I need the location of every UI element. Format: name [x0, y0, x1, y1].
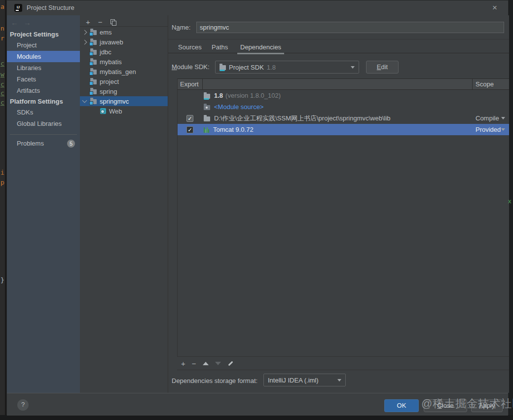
history-nav: ← →	[7, 15, 80, 29]
code-fragment: c	[0, 80, 4, 88]
chevron-right-icon[interactable]	[82, 39, 87, 44]
edit-dependency-icon[interactable]	[227, 360, 234, 367]
tab-dependencies[interactable]: Dependencies	[240, 43, 281, 53]
column-header-scope[interactable]: Scope	[476, 79, 494, 89]
add-dependency-icon[interactable]: +	[181, 360, 185, 367]
tab-sources[interactable]: Sources	[178, 43, 202, 53]
tree-item-label: project	[100, 78, 119, 85]
dropdown-arrow-icon	[501, 117, 505, 119]
tree-item-label: jdbc	[100, 48, 111, 56]
sidebar-item-project[interactable]: Project	[7, 39, 80, 51]
dependency-name: <Module source>	[214, 103, 263, 111]
title-bar: IJ Project Structure ×	[7, 0, 508, 15]
scope-dropdown[interactable]: Compile	[476, 115, 505, 122]
dependency-version: (version 1.8.0_102)	[225, 92, 281, 99]
tree-item-project[interactable]: project	[80, 76, 168, 86]
dependency-name: D:\作业\企业工程实践\SSM网上书店\project\springmvc\w…	[214, 114, 391, 123]
tree-item-web[interactable]: Web	[80, 106, 168, 116]
web-facet-icon	[100, 108, 106, 114]
section-header-platform-settings: Platform Settings	[7, 96, 80, 107]
module-tree: ems javaweb jdbc mybatis	[80, 27, 168, 116]
forward-arrow-icon[interactable]: →	[24, 19, 35, 26]
add-icon[interactable]: +	[86, 19, 90, 25]
name-row: Name:	[168, 22, 509, 34]
storage-format-combobox[interactable]: IntelliJ IDEA (.iml)	[263, 374, 346, 386]
scope-dropdown[interactable]: Provided	[476, 126, 505, 133]
remove-dependency-icon[interactable]: −	[192, 360, 196, 367]
code-fragment: i	[0, 169, 4, 176]
remove-icon[interactable]: −	[98, 19, 103, 25]
tree-item-jdbc[interactable]: jdbc	[80, 47, 168, 57]
tree-item-javaweb[interactable]: javaweb	[80, 37, 168, 47]
move-up-icon[interactable]	[203, 362, 209, 365]
tree-item-label: Web	[109, 108, 122, 115]
module-tabs: Sources Paths Dependencies	[168, 42, 509, 53]
code-fragment: c	[0, 89, 4, 97]
apply-button[interactable]: Apply	[471, 399, 503, 412]
tree-item-label: springmvc	[100, 98, 129, 105]
module-sdk-label: Module SDK:	[172, 63, 210, 71]
close-button[interactable]: Close	[424, 399, 467, 412]
dialog-title: Project Structure	[27, 4, 74, 11]
tree-item-label: ems	[100, 29, 112, 36]
sidebar-item-modules[interactable]: Modules	[7, 51, 80, 62]
table-row-jdk[interactable]: 1.8 (version 1.8.0_102)	[178, 90, 509, 101]
module-sdk-combobox[interactable]: Project SDK 1.8	[215, 61, 359, 74]
sidebar-item-libraries[interactable]: Libraries	[7, 62, 80, 74]
name-label: Name:	[172, 24, 190, 31]
tree-item-mybatis-gen[interactable]: mybatis_gen	[80, 67, 168, 76]
sidebar-item-sdks[interactable]: SDKs	[7, 107, 80, 118]
module-icon	[90, 40, 97, 45]
close-icon[interactable]: ×	[492, 3, 497, 13]
tree-item-mybatis[interactable]: mybatis	[80, 57, 168, 67]
tree-item-ems[interactable]: ems	[80, 27, 168, 37]
tab-paths[interactable]: Paths	[212, 43, 228, 53]
editor-background-bottom	[0, 415, 513, 420]
module-name-input[interactable]	[196, 22, 504, 33]
tree-item-label: spring	[100, 88, 117, 95]
tree-item-springmvc[interactable]: springmvc	[80, 96, 168, 106]
module-icon	[90, 99, 97, 104]
sidebar-item-global-libraries[interactable]: Global Libraries	[7, 118, 80, 129]
code-fragment: p	[0, 179, 4, 186]
storage-format-row: Dependencies storage format: IntelliJ ID…	[168, 374, 509, 388]
dropdown-arrow-icon	[337, 379, 341, 382]
sdk-version: 1.8	[267, 64, 276, 71]
code-fragment: w	[0, 71, 4, 78]
problems-count-badge: 5	[67, 140, 75, 148]
help-icon[interactable]: ?	[17, 399, 29, 411]
table-row-module-source[interactable]: <Module source>	[178, 101, 509, 113]
copy-icon[interactable]	[110, 19, 115, 25]
code-fragment: a	[0, 3, 4, 10]
export-checkbox[interactable]: ✓	[186, 115, 193, 122]
chevron-right-icon[interactable]	[82, 30, 87, 35]
table-row-tomcat[interactable]: ✓ Tomcat 9.0.72 Provided	[178, 124, 509, 135]
storage-format-value: IntelliJ IDEA (.iml)	[268, 377, 319, 384]
sdk-icon	[220, 65, 226, 70]
export-checkbox[interactable]: ✓	[186, 126, 193, 133]
edit-sdk-button[interactable]: Edit	[366, 61, 399, 74]
chevron-down-icon[interactable]	[82, 98, 87, 103]
sdk-icon	[204, 94, 210, 99]
sidebar-item-artifacts[interactable]: Artifacts	[7, 85, 80, 96]
back-arrow-icon[interactable]: ←	[11, 19, 22, 26]
code-fragment: c	[0, 99, 4, 106]
dropdown-arrow-icon	[501, 128, 505, 131]
sidebar-item-facets[interactable]: Facets	[7, 74, 80, 85]
code-fragment: c	[0, 60, 4, 67]
sidebar-item-problems[interactable]: Problems 5	[7, 138, 80, 149]
dropdown-arrow-icon	[351, 66, 355, 69]
table-row-lib-folder[interactable]: ✓ D:\作业\企业工程实践\SSM网上书店\project\springmvc…	[178, 113, 509, 124]
project-structure-dialog: IJ Project Structure × ← → Project Setti…	[6, 0, 509, 415]
divider	[168, 39, 509, 39]
ok-button[interactable]: OK	[384, 399, 419, 412]
tree-item-label: mybatis	[100, 58, 122, 66]
module-editor-panel: Name: Sources Paths Dependencies Module …	[168, 15, 509, 393]
folder-icon	[204, 116, 210, 121]
tomcat-library-icon	[204, 127, 209, 133]
tree-item-spring[interactable]: spring	[80, 86, 168, 96]
move-down-icon	[215, 362, 221, 365]
screen: anrcwcccip} x IJ Project Structure × ← →…	[0, 0, 513, 420]
column-divider	[202, 79, 203, 89]
column-header-export[interactable]: Export	[180, 79, 199, 89]
